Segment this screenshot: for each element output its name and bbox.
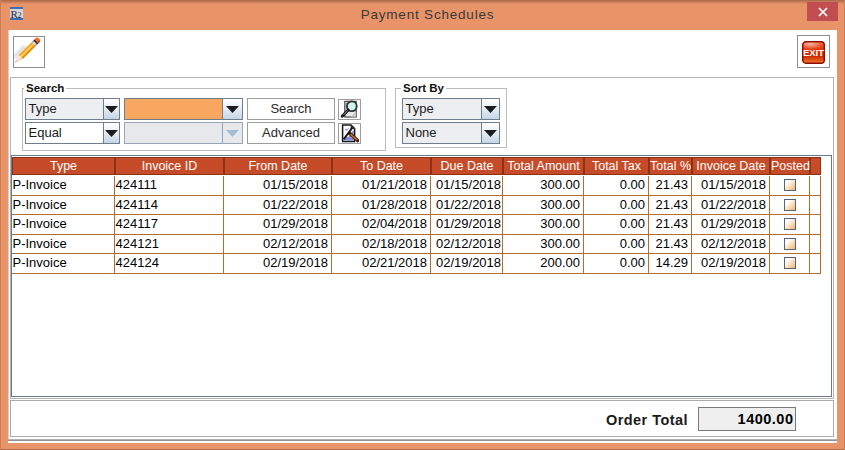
svg-text:EXIT: EXIT — [803, 47, 824, 58]
